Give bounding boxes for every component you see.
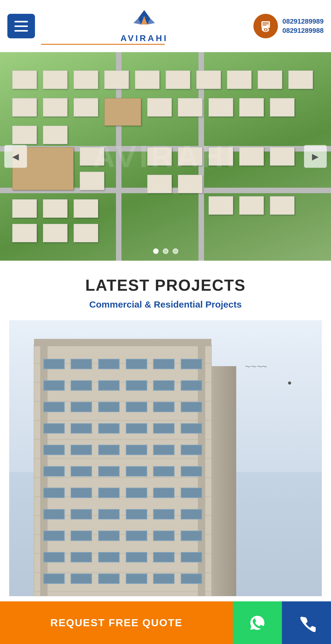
window — [98, 445, 120, 455]
svg-rect-8 — [263, 24, 269, 24]
window-row-2 — [34, 379, 211, 392]
building-block — [43, 98, 67, 117]
building-side-face — [212, 366, 236, 596]
building-block — [147, 98, 172, 117]
phone-number-1[interactable]: 08291289989 — [282, 17, 324, 25]
call-button[interactable] — [282, 601, 331, 644]
svg-rect-7 — [263, 22, 269, 23]
building-block — [80, 172, 104, 190]
building-block — [239, 98, 264, 117]
scene-decoration-dot — [288, 381, 291, 385]
phone-number-2[interactable]: 08291289988 — [282, 27, 324, 35]
window — [181, 531, 202, 541]
next-arrow-icon: ▶ — [312, 151, 319, 162]
window — [71, 531, 92, 541]
building-block — [43, 71, 67, 89]
window — [43, 445, 65, 455]
window — [153, 488, 175, 498]
window — [126, 466, 147, 477]
window — [71, 573, 92, 584]
window — [181, 380, 202, 391]
phone-icon — [259, 19, 272, 33]
window — [153, 380, 175, 391]
slider-dot-2[interactable] — [163, 248, 168, 254]
building-block — [74, 98, 98, 117]
window — [98, 402, 120, 412]
window — [126, 359, 147, 369]
building-block — [178, 98, 202, 117]
window — [181, 359, 202, 369]
window — [43, 380, 65, 391]
building-block — [74, 71, 98, 89]
window — [43, 573, 65, 584]
window — [71, 552, 92, 562]
window-row-5 — [34, 443, 211, 457]
window — [71, 466, 92, 477]
section-subtitle: Commercial & Residential Projects — [9, 299, 322, 310]
building-block — [74, 224, 98, 242]
building-block — [166, 71, 190, 89]
building-block — [12, 126, 37, 144]
building-block — [209, 196, 233, 215]
section-title: LATEST PROJECTS — [9, 276, 322, 294]
window — [181, 552, 202, 562]
project-image: 〜 〜 〜〜 — [9, 320, 322, 596]
phone-icon-circle — [253, 14, 278, 38]
birds-decoration: 〜 〜 〜〜 — [245, 363, 267, 370]
window — [71, 380, 92, 391]
window — [43, 423, 65, 434]
whatsapp-button[interactable] — [233, 601, 282, 644]
window-row-10 — [34, 550, 211, 564]
building-block — [209, 147, 233, 166]
slider-prev-button[interactable]: ◀ — [4, 145, 27, 168]
window — [181, 445, 202, 455]
slider-dot-3[interactable] — [173, 248, 178, 254]
logo-text: AVIRAHI — [121, 33, 168, 43]
phone-numbers: 08291289989 08291289988 — [282, 17, 324, 35]
aerial-view: AVIRAHI — [0, 52, 331, 261]
window — [153, 402, 175, 412]
window — [153, 445, 175, 455]
bottom-bar: REQUEST FREE QUOTE — [0, 601, 331, 644]
request-quote-button[interactable]: REQUEST FREE QUOTE — [0, 601, 233, 644]
building-block — [270, 196, 294, 215]
window — [153, 509, 175, 519]
window-row-4 — [34, 422, 211, 435]
latest-projects-section: LATEST PROJECTS Commercial & Residential… — [0, 261, 331, 596]
window — [181, 488, 202, 498]
building-parapet — [34, 339, 211, 346]
window — [181, 573, 202, 584]
window-row-11 — [34, 572, 211, 585]
window — [71, 445, 92, 455]
window — [126, 488, 147, 498]
window — [43, 531, 65, 541]
window — [43, 402, 65, 412]
building-block — [43, 199, 67, 218]
slider-next-button[interactable]: ▶ — [304, 145, 327, 168]
window — [98, 509, 120, 519]
window-row-3 — [34, 400, 211, 414]
window — [98, 531, 120, 541]
slider-dot-1[interactable] — [153, 248, 159, 254]
window — [181, 466, 202, 477]
building-block — [209, 98, 233, 117]
building-block — [178, 147, 202, 166]
building-block — [147, 147, 172, 166]
window — [98, 359, 120, 369]
building-block — [12, 71, 37, 89]
call-icon — [297, 614, 316, 632]
building-block — [43, 224, 67, 242]
window — [153, 552, 175, 562]
logo-area: AVIRAHI — [41, 8, 247, 45]
menu-button[interactable] — [7, 14, 35, 38]
prev-arrow-icon: ◀ — [12, 151, 19, 162]
building-block — [12, 98, 37, 117]
window — [153, 573, 175, 584]
contact-area: 08291289989 08291289988 — [253, 14, 324, 38]
building-block — [147, 175, 172, 193]
building-block — [178, 175, 202, 193]
whatsapp-icon — [247, 612, 268, 634]
slider-section: AVIRAHI ◀ ▶ — [0, 52, 331, 261]
building-block — [288, 71, 313, 89]
window — [98, 573, 120, 584]
